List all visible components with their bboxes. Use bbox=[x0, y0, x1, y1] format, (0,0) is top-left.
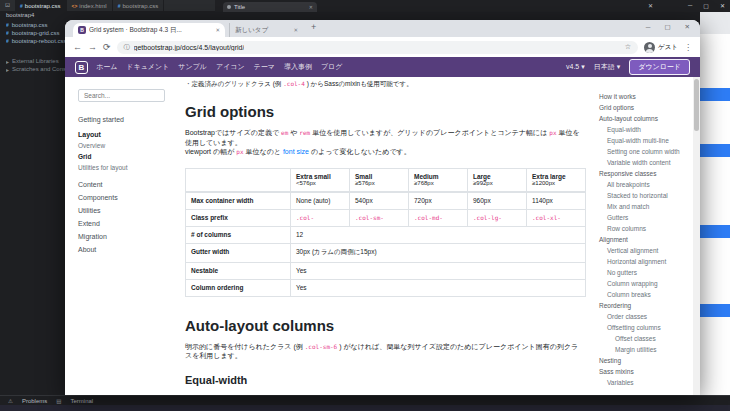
tree-arrow-icon: ▸ bbox=[6, 58, 9, 65]
close-tab-icon[interactable]: ✕ bbox=[215, 27, 220, 33]
table-header-medium: Medium≥768px bbox=[409, 168, 468, 192]
ide-tab-bootstrap-css[interactable]: # bootstrap.css bbox=[15, 0, 66, 11]
toc-item[interactable]: Alignment bbox=[599, 236, 683, 244]
nav-link-examples[interactable]: サンプル bbox=[178, 62, 207, 72]
table-cell: None (auto) bbox=[291, 192, 350, 210]
close-icon[interactable]: ✕ bbox=[685, 23, 690, 31]
sidebar-item-overview[interactable]: Overview bbox=[78, 142, 179, 149]
code-snippet: .col-4 bbox=[283, 80, 305, 87]
toc-item[interactable]: Responsive classes bbox=[599, 170, 683, 178]
toc-item[interactable]: How it works bbox=[599, 93, 683, 101]
toc-item[interactable]: Offsetting columns bbox=[599, 324, 683, 332]
address-bar[interactable]: ⓘ getbootstrap.jp/docs/4.5/layout/grid/ … bbox=[117, 41, 638, 54]
close-tab-icon[interactable]: ✕ bbox=[293, 27, 298, 33]
toc-item[interactable]: Gutters bbox=[599, 214, 683, 222]
toc-item[interactable]: Setting one column width bbox=[599, 148, 683, 156]
background-window-tab[interactable]: Title ✕ bbox=[223, 2, 317, 12]
code-snippet: .col-sm-6 bbox=[305, 343, 338, 350]
table-cell: .col-lg- bbox=[468, 209, 527, 226]
maximize-icon[interactable]: ▢ bbox=[664, 23, 670, 31]
sidebar-item-getting-started[interactable]: Getting started bbox=[78, 116, 179, 123]
sidebar-item-migration[interactable]: Migration bbox=[78, 233, 179, 240]
bootstrap-logo[interactable]: B bbox=[75, 61, 88, 74]
toc-item[interactable]: Mix and match bbox=[599, 203, 683, 211]
nav-link-showcase[interactable]: 導入事例 bbox=[284, 62, 312, 72]
minimize-icon[interactable]: ─ bbox=[646, 23, 651, 31]
sidebar-item-layout[interactable]: Layout bbox=[78, 131, 179, 138]
background-highlight-bar bbox=[700, 304, 730, 317]
css-file-icon: # bbox=[6, 30, 9, 36]
close-icon[interactable]: ✕ bbox=[720, 2, 725, 9]
toc-item[interactable]: Offset classes bbox=[599, 335, 683, 343]
sidebar-item-extend[interactable]: Extend bbox=[78, 220, 179, 227]
profile-chip[interactable]: ゲスト bbox=[644, 42, 678, 53]
toc-item[interactable]: Auto-layout columns bbox=[599, 115, 683, 123]
problems-tab[interactable]: Problems bbox=[22, 398, 47, 404]
back-icon[interactable]: ← bbox=[73, 43, 82, 52]
maximize-icon[interactable]: ▢ bbox=[703, 2, 709, 9]
download-button[interactable]: ダウンロード bbox=[629, 59, 690, 75]
toc-item[interactable]: Row columns bbox=[599, 225, 683, 233]
toc-item[interactable]: Vertical alignment bbox=[599, 247, 683, 255]
browser-menu-icon[interactable]: ⋮ bbox=[684, 43, 692, 52]
toc-item[interactable]: Sass mixins bbox=[599, 368, 683, 376]
bookmark-star-icon[interactable]: ☆ bbox=[625, 43, 631, 51]
nav-link-icons[interactable]: アイコン bbox=[216, 62, 245, 72]
minimize-icon[interactable]: ─ bbox=[688, 2, 692, 9]
new-tab-button[interactable]: + bbox=[311, 22, 316, 32]
scrollbar-thumb[interactable] bbox=[694, 79, 699, 131]
toc-item[interactable]: Variables bbox=[599, 379, 683, 387]
ide-tab-index-html[interactable]: <> index.html bbox=[67, 0, 113, 11]
docs-page: Getting started Layout Overview Grid Uti… bbox=[65, 77, 700, 395]
toc-item[interactable]: Stacked to horizontal bbox=[599, 192, 683, 200]
background-highlight-bar bbox=[700, 144, 730, 157]
sidebar-item-content[interactable]: Content bbox=[78, 181, 179, 188]
forward-icon[interactable]: → bbox=[88, 43, 97, 52]
toc-item[interactable]: Horizontal alignment bbox=[599, 258, 683, 266]
toc-item[interactable]: Reordering bbox=[599, 302, 683, 310]
nav-link-docs[interactable]: ドキュメント bbox=[126, 62, 169, 72]
toc-item[interactable]: Margin utilities bbox=[599, 346, 683, 354]
docs-sidebar: Getting started Layout Overview Grid Uti… bbox=[65, 77, 179, 395]
toc-item[interactable]: Grid options bbox=[599, 104, 683, 112]
chevron-down-icon: ▾ bbox=[617, 63, 621, 70]
html-file-icon: <> bbox=[72, 3, 78, 9]
nav-link-blog[interactable]: ブログ bbox=[321, 62, 343, 72]
sidebar-item-components[interactable]: Components bbox=[78, 194, 179, 201]
search-input[interactable] bbox=[78, 89, 165, 102]
font-size-link[interactable]: font size bbox=[283, 148, 309, 155]
toc-item[interactable]: Equal-width bbox=[599, 126, 683, 134]
toc-item[interactable]: Column breaks bbox=[599, 291, 683, 299]
site-info-icon[interactable]: ⓘ bbox=[124, 43, 130, 52]
ide-tab-label: bootstrap.css bbox=[122, 3, 158, 9]
sidebar-item-grid[interactable]: Grid bbox=[78, 153, 179, 160]
table-cell: 540px bbox=[350, 192, 409, 210]
browser-tab-newtab[interactable]: 新しいタブ ✕ bbox=[229, 23, 303, 37]
nav-link-home[interactable]: ホーム bbox=[96, 62, 117, 72]
terminal-tab[interactable]: Terminal bbox=[70, 398, 93, 404]
sidebar-item-utilities[interactable]: Utilities bbox=[78, 207, 179, 214]
toc-item[interactable]: Equal-width multi-line bbox=[599, 137, 683, 145]
toc-item[interactable]: All breakpoints bbox=[599, 181, 683, 189]
toc-item[interactable]: Nesting bbox=[599, 357, 683, 365]
sidebar-item-about[interactable]: About bbox=[78, 246, 179, 253]
toc-item[interactable]: Variable width content bbox=[599, 159, 683, 167]
chevron-down-icon: ▾ bbox=[581, 63, 585, 70]
nav-link-themes[interactable]: テーマ bbox=[254, 62, 275, 72]
grid-options-table: Extra small<576px Small≥576px Medium≥768… bbox=[185, 168, 586, 297]
toc-item[interactable]: Column wrapping bbox=[599, 280, 683, 288]
language-dropdown[interactable]: 日本語 ▾ bbox=[594, 62, 620, 72]
favicon bbox=[227, 5, 231, 9]
ide-project-root[interactable]: bootstrap4 bbox=[6, 12, 34, 18]
toc-item[interactable]: No gutters bbox=[599, 269, 683, 277]
sidebar-item-utilities-for-layout[interactable]: Utilities for layout bbox=[78, 164, 179, 171]
scrollbar[interactable] bbox=[693, 77, 700, 395]
close-icon[interactable]: ✕ bbox=[648, 2, 653, 9]
ide-tab-bootstrap-css-2[interactable]: # bootstrap.css bbox=[113, 0, 164, 11]
close-icon[interactable]: ✕ bbox=[309, 4, 313, 10]
toc-item[interactable]: Order classes bbox=[599, 313, 683, 321]
reload-icon[interactable]: ⟳ bbox=[103, 43, 111, 52]
main-content: ・定義済みのグリッドクラス (例 .col-4 ) からSassのmixinも使… bbox=[185, 77, 587, 386]
browser-tab-active[interactable]: B Grid system · Bootstrap 4.3 日... ✕ bbox=[73, 23, 225, 37]
version-dropdown[interactable]: v4.5 ▾ bbox=[566, 63, 585, 71]
